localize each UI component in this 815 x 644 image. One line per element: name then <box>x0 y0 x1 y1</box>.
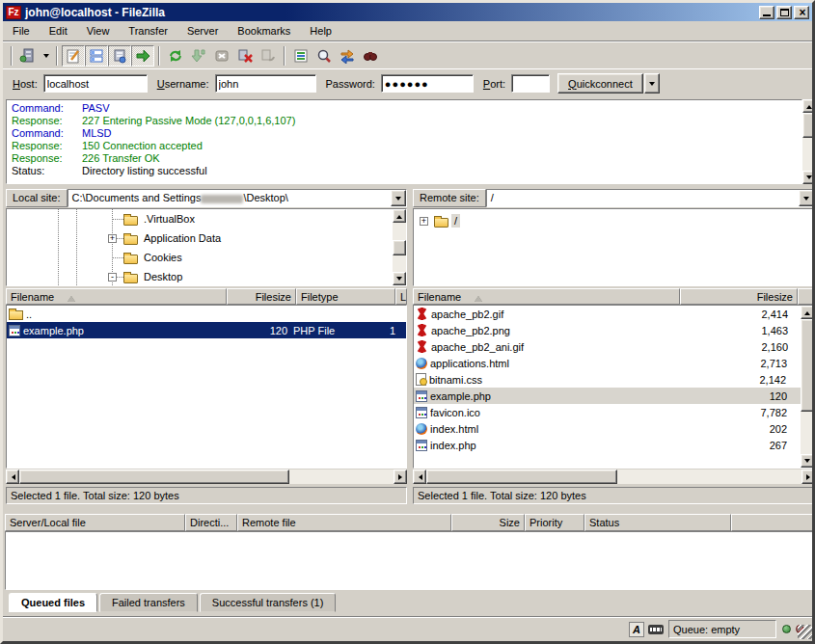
scrollbar-thumb[interactable] <box>426 470 617 484</box>
scrollbar-thumb[interactable] <box>19 470 289 484</box>
column-header-filesize[interactable]: Filesize <box>680 288 798 305</box>
column-header-filename[interactable]: Filename <box>413 288 680 305</box>
remote-site-combobox[interactable]: / <box>486 189 815 207</box>
scroll-right-button[interactable] <box>394 470 407 484</box>
column-header-filesize[interactable]: Filesize <box>227 288 296 305</box>
directory-comparison-button[interactable] <box>312 45 336 67</box>
tree-item-desktop[interactable]: - Desktop <box>7 267 185 286</box>
quickconnect-button[interactable]: Quickconnect <box>557 73 643 94</box>
toggle-local-tree-button[interactable] <box>85 45 108 67</box>
tab-queued-files[interactable]: Queued files <box>9 593 97 612</box>
remote-file-row[interactable]: apache_pb2.gif2,414 <box>414 306 814 322</box>
tree-item-root[interactable]: + / <box>414 211 460 230</box>
quickconnect-dropdown-button[interactable] <box>644 73 660 94</box>
column-header-priority[interactable]: Priority <box>525 514 584 531</box>
column-header-remote-file[interactable]: Remote file <box>237 514 451 531</box>
tab-successful-transfers[interactable]: Successful transfers (1) <box>200 593 337 612</box>
menu-edit[interactable]: Edit <box>40 22 77 40</box>
scrollbar-thumb[interactable] <box>801 319 814 412</box>
menu-server[interactable]: Server <box>177 22 228 40</box>
scroll-right-button[interactable] <box>801 470 815 484</box>
local-site-dropdown-button[interactable] <box>391 190 406 206</box>
scroll-down-button[interactable] <box>393 272 406 285</box>
data-type-indicator-icon[interactable]: A <box>629 622 644 637</box>
toolbar <box>3 43 812 68</box>
local-list-hscrollbar[interactable] <box>6 470 407 484</box>
column-header-direction[interactable]: Directi... <box>185 514 237 531</box>
image-file-icon <box>416 340 428 353</box>
menu-view[interactable]: View <box>77 22 120 40</box>
find-files-button[interactable] <box>359 45 382 67</box>
local-file-row-selected[interactable]: example.php 120 PHP File 1 <box>7 322 406 338</box>
username-input[interactable] <box>215 74 316 93</box>
scroll-left-button[interactable] <box>6 470 19 484</box>
collapse-icon[interactable]: - <box>108 273 117 282</box>
local-site-combobox[interactable]: C:\Documents and Settings\Desktop\ <box>68 189 407 207</box>
tree-item-cookies[interactable]: Cookies <box>7 248 185 267</box>
local-site-path: C:\Documents and Settings\Desktop\ <box>68 190 391 206</box>
local-file-row[interactable]: .. <box>7 306 406 322</box>
remote-file-row[interactable]: apache_pb2_ani.gif2,160 <box>414 338 814 355</box>
refresh-button[interactable] <box>164 45 187 67</box>
menu-file[interactable]: File <box>3 22 40 40</box>
cancel-button[interactable] <box>210 45 233 67</box>
scroll-up-button[interactable] <box>802 99 815 113</box>
remote-list-scrollbar[interactable] <box>801 306 814 468</box>
reconnect-button[interactable] <box>257 45 280 67</box>
scroll-up-button[interactable] <box>801 306 814 319</box>
disconnect-button[interactable] <box>233 45 257 67</box>
site-manager-dropdown-button[interactable] <box>40 45 52 67</box>
resize-grip[interactable] <box>798 625 812 639</box>
scrollbar-thumb[interactable] <box>802 113 815 138</box>
toggle-remote-tree-button[interactable] <box>108 45 131 67</box>
column-header-server-local-file[interactable]: Server/Local file <box>5 514 185 531</box>
process-queue-button[interactable] <box>187 45 210 67</box>
remote-file-row[interactable]: favicon.ico7,782 <box>414 404 814 420</box>
queue-header: Server/Local file Directi... Remote file… <box>5 514 815 531</box>
remote-file-row[interactable]: apache_pb2.png1,463 <box>414 322 814 338</box>
close-button[interactable]: × <box>794 6 809 19</box>
expand-icon[interactable]: + <box>420 217 428 226</box>
scroll-up-button[interactable] <box>393 209 406 223</box>
column-header-lastmodified[interactable]: L <box>395 288 407 305</box>
remote-site-dropdown-button[interactable] <box>799 190 814 206</box>
scroll-left-button[interactable] <box>413 470 426 484</box>
minimize-button[interactable] <box>759 6 774 19</box>
tree-item-application-data[interactable]: + Application Data <box>7 228 224 248</box>
site-manager-button[interactable] <box>16 45 40 67</box>
toggle-transfer-queue-button[interactable] <box>131 45 154 67</box>
scroll-down-button[interactable] <box>802 171 815 184</box>
synchronized-browsing-button[interactable] <box>336 45 359 67</box>
title-bar[interactable]: Fz john@localhost - FileZilla × <box>3 3 812 21</box>
remote-file-row[interactable]: bitnami.css2,142 <box>414 371 814 388</box>
filter-button[interactable] <box>289 45 312 67</box>
menu-bookmarks[interactable]: Bookmarks <box>228 22 300 40</box>
column-header-status[interactable]: Status <box>584 514 731 531</box>
column-header-filetype[interactable]: Filetype <box>296 288 395 305</box>
scroll-down-button[interactable] <box>801 454 814 468</box>
log-scrollbar[interactable] <box>802 99 815 184</box>
tree-item-virtualbox[interactable]: .VirtualBox <box>7 209 198 228</box>
menu-help[interactable]: Help <box>300 22 341 40</box>
local-site-label: Local site: <box>6 189 68 207</box>
toggle-message-log-button[interactable] <box>62 45 85 67</box>
maximize-button[interactable] <box>776 6 792 19</box>
column-header-size[interactable]: Size <box>451 514 525 531</box>
remote-file-row[interactable]: index.php267 <box>414 437 814 453</box>
password-input[interactable] <box>381 74 474 93</box>
local-tree-scrollbar[interactable] <box>393 209 406 285</box>
expand-icon[interactable]: + <box>108 234 117 243</box>
speed-limit-icon[interactable] <box>648 625 664 634</box>
remote-file-row[interactable]: applications.html2,713 <box>414 355 814 371</box>
column-header-filename[interactable]: Filename <box>6 288 227 305</box>
remote-file-row[interactable]: index.html202 <box>414 420 814 437</box>
port-input[interactable] <box>511 74 550 93</box>
remote-list-hscrollbar[interactable] <box>413 470 815 484</box>
menu-transfer[interactable]: Transfer <box>119 22 177 40</box>
local-tree-icon <box>89 48 104 64</box>
host-input[interactable] <box>43 74 148 93</box>
scrollbar-thumb[interactable] <box>393 240 406 255</box>
remote-file-row-selected[interactable]: example.php120 <box>414 388 814 404</box>
tab-failed-transfers[interactable]: Failed transfers <box>99 593 198 612</box>
remote-tree-icon <box>112 48 127 64</box>
